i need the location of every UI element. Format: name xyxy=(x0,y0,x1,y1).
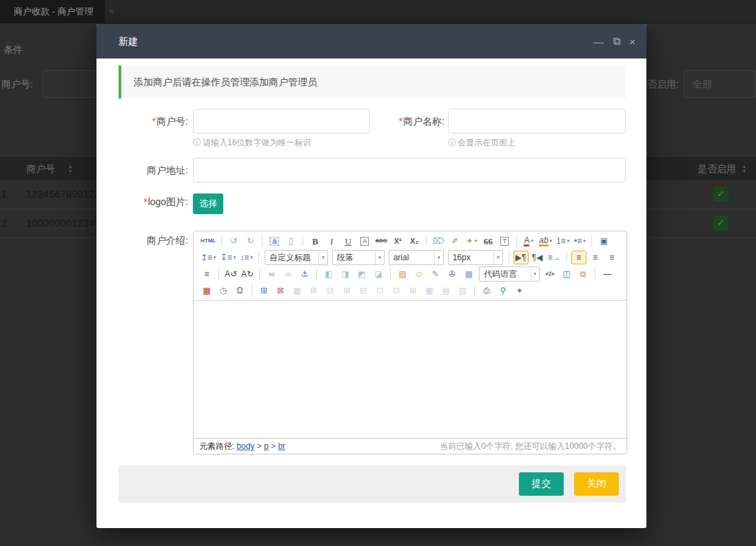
indent-icon[interactable]: ≡→ xyxy=(546,251,562,264)
image-center-icon[interactable]: ◪ xyxy=(371,267,386,281)
minimize-icon[interactable]: — xyxy=(594,36,604,48)
toolbar-separator xyxy=(221,235,222,246)
path-link-br[interactable]: br xyxy=(278,441,285,451)
word-image-icon[interactable]: ⧉ xyxy=(575,267,591,281)
anchor-icon[interactable]: ⚓ xyxy=(297,267,312,281)
element-path: 元素路径: body > p > br xyxy=(199,441,285,452)
merchant-no-input[interactable] xyxy=(193,109,370,134)
image-inline-icon[interactable]: ◨ xyxy=(338,267,353,281)
chevron-down-icon: ▾ xyxy=(550,238,553,244)
enabled-checkbox[interactable]: ✓ xyxy=(713,216,728,231)
address-input[interactable] xyxy=(193,158,626,182)
redo-icon[interactable]: ↻ xyxy=(243,234,258,248)
insert-table-icon[interactable]: ⊞ xyxy=(256,284,272,297)
print-icon[interactable]: ⎙ xyxy=(479,284,494,297)
insert-time-icon[interactable]: ◷ xyxy=(216,284,231,297)
paragraph-spacing-top-icon[interactable]: ↥≡▾ xyxy=(199,251,218,264)
eraser-icon[interactable]: ⌦ xyxy=(431,234,446,248)
address-label: 商户地址: xyxy=(119,158,188,182)
strikethrough-icon[interactable]: ABC xyxy=(374,234,389,248)
sort-icon[interactable]: ▴▾ xyxy=(69,164,72,174)
line-height-icon[interactable]: ↕≡▾ xyxy=(238,251,254,264)
highlight-color-icon[interactable]: ab▾ xyxy=(538,234,553,248)
background-color-icon[interactable]: ◫ xyxy=(559,267,574,281)
paragraph-spacing-bottom-icon[interactable]: ↧≡▾ xyxy=(219,251,238,264)
insert-date-icon[interactable]: ▦ xyxy=(199,284,214,297)
horizontal-rule-icon[interactable]: — xyxy=(600,267,615,281)
submit-button[interactable]: 提交 xyxy=(519,472,564,496)
close-icon[interactable]: × xyxy=(629,36,635,48)
insert-frame-icon[interactable]: ▦ xyxy=(461,267,476,281)
format-match-icon[interactable]: a xyxy=(267,234,282,248)
scrawl-icon[interactable]: ✎ xyxy=(428,267,443,281)
close-button[interactable]: 关闭 xyxy=(574,472,619,496)
blockquote-icon[interactable]: 66 xyxy=(480,234,496,248)
chevron-down-icon: ▾ xyxy=(318,251,327,264)
fullscreen-preview-icon[interactable]: ▣ xyxy=(596,234,611,248)
link-icon[interactable]: ∞ xyxy=(264,267,279,281)
paste-as-text-icon[interactable]: T xyxy=(497,234,512,248)
preview-icon[interactable]: ⚲ xyxy=(496,284,511,297)
new-document-icon[interactable]: ▯ xyxy=(283,234,298,248)
font-color-icon[interactable]: A▾ xyxy=(521,234,536,248)
insert-paragraph-before-table-icon: ⊞ xyxy=(306,284,321,297)
maximize-icon[interactable]: ⧉ xyxy=(613,35,621,48)
attachment-icon[interactable]: ✇ xyxy=(445,267,460,281)
border-text-icon[interactable]: A xyxy=(357,234,372,248)
search-replace-icon[interactable]: ⌖ xyxy=(512,284,527,297)
insert-code-icon[interactable]: </> xyxy=(542,267,558,281)
new-merchant-modal: 新建 — ⧉ × 添加商户后请在操作员管理添加商户管理员 *商户号: *商户名称… xyxy=(96,24,646,528)
toolbar-separator xyxy=(262,235,263,246)
tab-close-icon[interactable]: × xyxy=(109,0,114,23)
custom-title-select[interactable]: 自定义标题▾ xyxy=(265,250,328,265)
italic-icon[interactable]: I xyxy=(324,234,339,248)
path-link-body[interactable]: body xyxy=(236,441,254,451)
clear-format-icon[interactable]: ✐ xyxy=(447,234,462,248)
bg-enabled-filter-select[interactable]: 全部 xyxy=(684,70,756,98)
align-center-icon[interactable]: ≡ xyxy=(588,251,603,264)
uppercase-icon[interactable]: A↺ xyxy=(223,267,238,281)
undo-icon[interactable]: ↺ xyxy=(226,234,241,248)
direction-rtl-icon[interactable]: ¶◀ xyxy=(530,251,545,264)
bold-icon[interactable]: B xyxy=(307,234,323,248)
bg-col-enabled[interactable]: 是否启用 xyxy=(697,157,736,180)
source-code-icon[interactable]: HTML xyxy=(199,234,217,248)
tab-merchant-management[interactable]: 商户收款 - 商户管理 xyxy=(0,0,105,23)
align-right-icon[interactable]: ≡ xyxy=(604,251,620,264)
path-separator: > xyxy=(269,441,278,451)
ordered-list-icon[interactable]: 1≡▾ xyxy=(555,234,571,248)
bg-col-merchant-no[interactable]: 商户号 xyxy=(26,157,55,180)
path-link-p[interactable]: p xyxy=(264,441,269,451)
char-counter: 当前已输入0个字符, 您还可以输入10000个字符。 xyxy=(440,441,621,452)
code-language-select[interactable]: 代码语言▾ xyxy=(479,266,540,282)
underline-icon[interactable]: U xyxy=(340,234,356,248)
subscript-icon[interactable]: X₂ xyxy=(407,234,422,248)
align-left-icon[interactable]: ≡ xyxy=(571,251,586,264)
insert-image-icon[interactable]: ▤ xyxy=(395,267,410,281)
font-size-select[interactable]: 16px▾ xyxy=(448,250,503,265)
editor-content-area[interactable] xyxy=(194,300,626,439)
image-float-right-icon[interactable]: ◩ xyxy=(354,267,369,281)
toolbar-separator xyxy=(303,235,303,246)
lowercase-icon[interactable]: A↻ xyxy=(240,267,255,281)
merchant-name-input[interactable] xyxy=(448,109,626,134)
justify-icon[interactable]: ≡ xyxy=(199,267,214,281)
toolbar-separator xyxy=(258,252,259,263)
chevron-down-icon: ▾ xyxy=(474,238,477,244)
special-chars-icon[interactable]: Ω xyxy=(232,284,247,297)
auto-typeset-icon[interactable]: ✦▾ xyxy=(464,234,479,248)
delete-table-icon[interactable]: ⊠ xyxy=(273,284,288,297)
unordered-list-icon[interactable]: •≡▾ xyxy=(572,234,587,248)
emotion-icon[interactable]: ☺ xyxy=(411,267,427,281)
enabled-checkbox[interactable]: ✓ xyxy=(713,187,728,202)
image-float-left-icon[interactable]: ◧ xyxy=(321,267,336,281)
superscript-icon[interactable]: X² xyxy=(390,234,405,248)
chevron-down-icon: ▾ xyxy=(493,251,502,264)
direction-ltr-icon[interactable]: ▶¶ xyxy=(513,251,529,264)
logo-choose-button[interactable]: 选择 xyxy=(193,193,223,214)
font-family-select[interactable]: arial▾ xyxy=(389,250,444,265)
toolbar-separator xyxy=(426,235,427,246)
chevron-down-icon: ▾ xyxy=(375,251,384,264)
sort-icon[interactable]: ▴▾ xyxy=(743,164,746,174)
paragraph-format-select[interactable]: 段落▾ xyxy=(332,250,385,265)
